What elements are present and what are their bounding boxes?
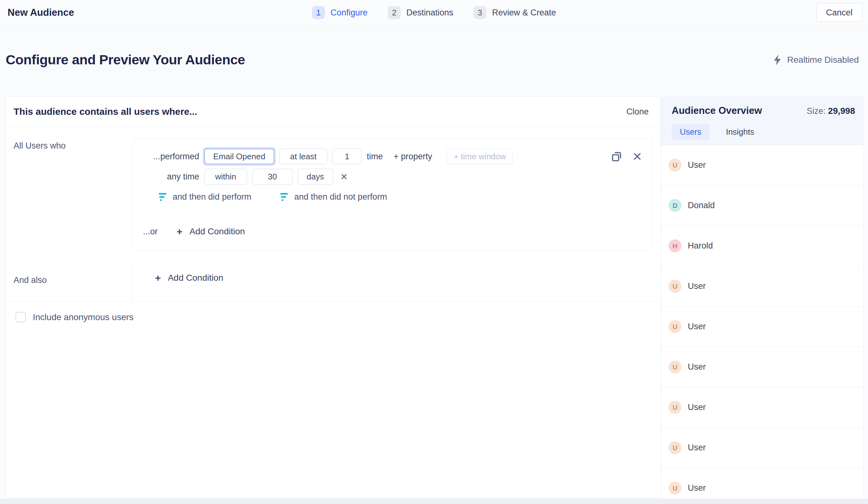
step-number-badge: 1 [312, 6, 325, 19]
avatar: U [669, 360, 681, 374]
user-list-item[interactable]: U User [661, 428, 863, 468]
top-bar: New Audience 1 Configure 2 Destinations … [0, 0, 868, 25]
user-name: User [688, 322, 706, 332]
anytime-label: any time [153, 172, 199, 182]
step-number-badge: 3 [474, 6, 486, 19]
user-list-item[interactable]: H Harold [661, 226, 863, 266]
avatar: U [669, 441, 681, 454]
condition-row-time-window: any time within 30 days [143, 169, 642, 185]
realtime-status-label: Realtime Disabled [787, 55, 859, 65]
include-anonymous-label: Include anonymous users [33, 312, 134, 322]
funnel-icon [280, 193, 288, 201]
window-count-input[interactable]: 30 [252, 169, 292, 185]
section-label-and-also: And also [6, 260, 133, 301]
count-suffix-label: time [367, 152, 383, 161]
funnel-icon [159, 193, 166, 201]
x-icon [632, 152, 642, 161]
step-label: Review & Create [492, 8, 556, 18]
section-label-all-users-who: All Users who [6, 127, 133, 251]
clone-button[interactable]: Clone [626, 107, 649, 117]
event-select[interactable]: Email Opened [204, 149, 274, 164]
audience-overview-panel: Audience Overview Size: 29,998 Users Ins… [661, 96, 863, 504]
user-list-item[interactable]: D Donald [661, 186, 863, 226]
audience-size: Size: 29,998 [807, 106, 855, 116]
page-title: New Audience [8, 7, 74, 18]
user-name: User [688, 443, 706, 453]
condition-row-actions [610, 150, 642, 162]
user-list-item[interactable]: U User [661, 145, 863, 186]
add-or-condition-button[interactable]: + Add Condition [177, 227, 245, 237]
and-then-did-perform-button[interactable]: and then did perform [159, 192, 251, 202]
avatar: U [669, 280, 681, 293]
size-label: Size: [807, 106, 826, 116]
cancel-button[interactable]: Cancel [816, 3, 862, 22]
user-name: User [688, 402, 706, 412]
add-time-window-button[interactable]: + time window [447, 149, 513, 164]
and-then-did-not-perform-button[interactable]: and then did not perform [280, 192, 387, 202]
add-condition-label: Add Condition [168, 273, 224, 283]
realtime-status: Realtime Disabled [773, 54, 859, 65]
duplicate-icon [610, 150, 622, 162]
user-name: Harold [688, 241, 713, 251]
user-name: User [688, 281, 706, 291]
user-list-item[interactable]: U User [661, 387, 863, 428]
overview-title: Audience Overview [672, 105, 762, 116]
avatar: U [669, 482, 681, 495]
step-review-create[interactable]: 3 Review & Create [474, 6, 556, 19]
step-label: Configure [330, 8, 368, 18]
tab-users[interactable]: Users [672, 124, 710, 140]
window-unit-select[interactable]: days [298, 169, 333, 185]
step-configure[interactable]: 1 Configure [312, 6, 368, 19]
page-heading: Configure and Preview Your Audience [6, 52, 245, 67]
performed-label: ...performed [153, 152, 199, 161]
wizard-stepper: 1 Configure 2 Destinations 3 Review & Cr… [312, 6, 556, 19]
avatar: U [669, 320, 681, 333]
avatar: D [669, 199, 681, 212]
add-property-button[interactable]: + property [394, 152, 432, 161]
user-name: User [688, 160, 706, 170]
builder-card-header: This audience contains all users where..… [6, 96, 661, 127]
audience-builder-card: This audience contains all users where..… [6, 96, 661, 498]
step-label: Destinations [406, 8, 453, 18]
remove-time-window-button[interactable] [340, 172, 348, 181]
operator-select[interactable]: at least [279, 149, 327, 164]
avatar: H [669, 239, 681, 252]
include-anonymous-checkbox[interactable] [16, 312, 26, 322]
user-list-item[interactable]: U User [661, 347, 863, 387]
remove-condition-button[interactable] [632, 152, 642, 161]
add-condition-label: Add Condition [189, 227, 245, 237]
avatar: U [669, 159, 681, 171]
user-name: User [688, 362, 706, 372]
and-also-content: + Add Condition [133, 260, 661, 301]
duplicate-condition-button[interactable] [610, 150, 622, 162]
count-input[interactable]: 1 [332, 149, 362, 164]
window-operator-select[interactable]: within [204, 169, 247, 185]
lightning-bolt-icon [773, 54, 782, 65]
and-then-did-not-perform-label: and then did not perform [294, 192, 387, 202]
plus-icon: + [177, 227, 183, 237]
anonymous-users-row: Include anonymous users [6, 301, 661, 322]
condition-section-and-also: And also + Add Condition [6, 260, 661, 301]
overview-tabs: Users Insights [672, 124, 855, 140]
add-and-condition-button[interactable]: + Add Condition [155, 273, 224, 283]
user-preview-list: U User D Donald H Harold U User U User U… [661, 145, 863, 504]
user-name: Donald [688, 201, 715, 210]
size-value: 29,998 [828, 106, 855, 116]
condition-row-event: ...performed Email Opened at least 1 tim… [143, 149, 642, 164]
user-list-item[interactable]: U User [661, 266, 863, 306]
condition-row-or: ...or + Add Condition [143, 227, 642, 237]
panel-scrollbar-track[interactable] [864, 96, 868, 498]
avatar: U [669, 401, 681, 414]
condition-group: ...performed Email Opened at least 1 tim… [133, 138, 652, 251]
tab-insights[interactable]: Insights [718, 124, 763, 140]
plus-icon: + [155, 273, 161, 283]
step-number-badge: 2 [388, 6, 401, 19]
user-list-item[interactable]: U User [661, 306, 863, 347]
horizontal-scrollbar-track[interactable] [0, 498, 868, 504]
step-destinations[interactable]: 2 Destinations [388, 6, 453, 19]
condition-section-all-users: All Users who ...performed Email Opened … [6, 127, 661, 260]
overview-header: Audience Overview Size: 29,998 Users Ins… [661, 96, 863, 145]
x-icon [340, 172, 348, 181]
and-then-did-perform-label: and then did perform [173, 192, 251, 202]
builder-card-title: This audience contains all users where..… [13, 106, 197, 117]
